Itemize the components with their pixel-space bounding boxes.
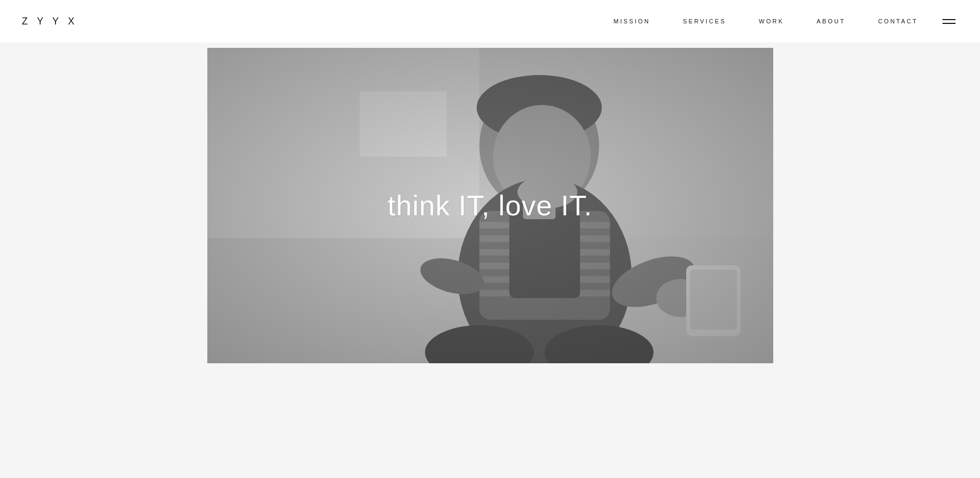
- main-nav: MISSION SERVICES WORK ABOUT CONTACT: [614, 18, 918, 24]
- nav-services[interactable]: SERVICES: [683, 18, 726, 24]
- main-content: think IT, love IT.: [0, 0, 980, 478]
- hero-tagline: think IT, love IT.: [387, 189, 592, 222]
- hamburger-menu-icon[interactable]: [940, 16, 958, 27]
- hero-section: think IT, love IT.: [207, 48, 773, 363]
- nav-about[interactable]: ABOUT: [817, 18, 846, 24]
- nav-work[interactable]: WORK: [759, 18, 784, 24]
- hero-image: think IT, love IT.: [207, 48, 773, 363]
- site-header: Z Y Y X MISSION SERVICES WORK ABOUT CONT…: [0, 0, 980, 42]
- nav-contact[interactable]: CONTACT: [878, 18, 918, 24]
- site-logo[interactable]: Z Y Y X: [22, 16, 78, 27]
- hamburger-line-1: [942, 19, 956, 20]
- hamburger-line-2: [942, 23, 956, 24]
- nav-mission[interactable]: MISSION: [614, 18, 650, 24]
